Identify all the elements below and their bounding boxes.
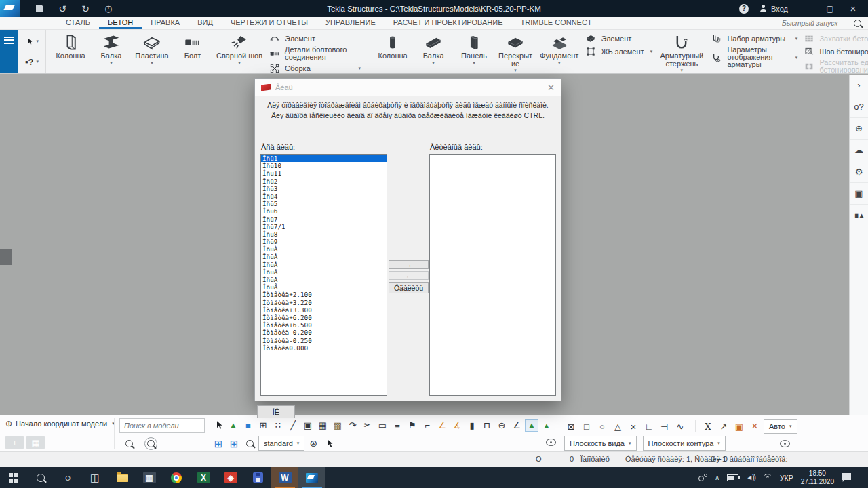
- select-wave[interactable]: ∿: [673, 420, 687, 433]
- view-list-item[interactable]: Îòìåòêà0.000: [261, 344, 387, 352]
- all-views-list[interactable]: Îñü1Îñü10Îñü11Îñü2Îñü3Îñü4Îñü5Îñü6Îñü7Îñ…: [260, 154, 387, 396]
- direct-modification-toggle[interactable]: ▲: [226, 419, 240, 432]
- snap-reference-lines-points[interactable]: ⊞: [256, 419, 270, 432]
- components-cube-icon[interactable]: ▣: [850, 183, 868, 205]
- view-list-item[interactable]: Îòìåòêà+3.300: [261, 306, 387, 314]
- snap-profile[interactable]: ⊓: [480, 419, 494, 432]
- smart-select-cursor[interactable]: [322, 437, 336, 450]
- search-in-view-icon[interactable]: [144, 437, 157, 450]
- snap-rectangle[interactable]: ▭: [376, 419, 389, 432]
- tekla-logo[interactable]: [0, 0, 20, 17]
- inquire-tool[interactable]: ▪?: [25, 56, 39, 68]
- grid-toggle-a[interactable]: ⊞: [212, 437, 225, 450]
- delete-button[interactable]: Óäàëèòü: [389, 282, 429, 293]
- view-list-item[interactable]: Îòìåòêà+3.220: [261, 299, 387, 306]
- ribbon-button-col-s[interactable]: Колонна: [50, 31, 91, 66]
- view-list-item[interactable]: ÎñüÃ: [261, 268, 387, 276]
- tab-6[interactable]: УПРАВЛЕНИЕ: [317, 17, 384, 29]
- view-list-item[interactable]: Îñü8: [261, 230, 387, 238]
- search-magnifier-icon[interactable]: [122, 437, 136, 450]
- view-list-item[interactable]: Îñü2: [261, 178, 387, 185]
- snap-corner[interactable]: ⌐: [420, 419, 434, 432]
- panel-expand-icon[interactable]: ›: [850, 75, 868, 96]
- cloud-icon[interactable]: ☁: [850, 140, 868, 161]
- clock[interactable]: 18:50 27.11.2020: [801, 470, 834, 485]
- contour-planes-combo[interactable]: Плоскости контура▾: [643, 436, 726, 451]
- ribbon-button-col-c[interactable]: Колонна: [372, 31, 413, 66]
- select-triangle[interactable]: △: [611, 420, 625, 433]
- view-list-item[interactable]: ÎñüÁ: [261, 253, 387, 260]
- language-indicator[interactable]: УКР: [780, 474, 793, 482]
- tab-7[interactable]: РАСЧЕТ И ПРОЕКТИРОВАНИЕ: [384, 17, 512, 29]
- ribbon-button-seam[interactable]: Шов бетонирования▾: [803, 46, 868, 57]
- snap-triangle-point[interactable]: ▲: [540, 419, 553, 432]
- applications-shapes-icon[interactable]: ∎▴: [850, 205, 868, 226]
- snap-panel[interactable]: ▮: [465, 419, 479, 432]
- view-list-item[interactable]: Îòìåòêà-0.200: [261, 329, 387, 336]
- help-button[interactable]: ?: [739, 4, 749, 14]
- history-icon[interactable]: ◷: [102, 2, 115, 15]
- add-button[interactable]: +: [5, 436, 24, 449]
- file-explorer-icon[interactable]: [108, 467, 136, 488]
- view-list-item[interactable]: Îñü11: [261, 169, 387, 177]
- start-button[interactable]: [0, 467, 27, 488]
- tray-expand-icon[interactable]: ∧: [715, 474, 719, 481]
- redo-icon[interactable]: ↻: [79, 2, 92, 15]
- view-list-item[interactable]: Îñü9: [261, 238, 387, 245]
- view-list-item[interactable]: Îòìåòêà+6.500: [261, 321, 387, 329]
- select-cross[interactable]: ×: [627, 420, 640, 433]
- settings-gear-icon[interactable]: ⚙: [850, 161, 868, 183]
- red-app-icon[interactable]: ◈: [217, 467, 244, 488]
- ribbon-button-bolt[interactable]: Болт: [172, 31, 213, 66]
- menu-strip[interactable]: [0, 30, 18, 73]
- ortho-cross-toggle[interactable]: ×: [748, 420, 762, 433]
- floppy-app-icon[interactable]: [244, 467, 271, 488]
- wifi-icon[interactable]: [763, 474, 772, 481]
- grid-toggle-b[interactable]: ⊞: [227, 437, 241, 450]
- select-cursor-tool[interactable]: [25, 35, 39, 48]
- auto-combo[interactable]: Авто▾: [764, 419, 797, 434]
- view-list-item[interactable]: Îñü7: [261, 216, 387, 223]
- ribbon-button-bolt[interactable]: Детали болтового соединения: [269, 46, 361, 61]
- globe-icon[interactable]: ⊕: [850, 118, 868, 140]
- ribbon-button-rebarset[interactable]: Набор арматуры▾: [711, 33, 797, 44]
- view-list-item[interactable]: ÎñüÄ: [261, 276, 387, 283]
- volume-icon[interactable]: ◄)): [746, 474, 755, 481]
- snap-connector-a[interactable]: ∠: [435, 419, 449, 432]
- tab-4[interactable]: ВИД: [189, 17, 222, 29]
- snap-grid-intersections[interactable]: ▩: [331, 419, 344, 432]
- tab-3[interactable]: ПРАВКА: [142, 17, 189, 29]
- undo-icon[interactable]: ↺: [56, 2, 69, 15]
- ribbon-button-beam-c[interactable]: Балка▾: [413, 31, 454, 66]
- view-list-item[interactable]: ÎñüÅ: [261, 283, 387, 291]
- action-center-icon[interactable]: [842, 473, 851, 482]
- view-list-item[interactable]: Îñü10: [261, 162, 387, 169]
- ribbon-button-weld[interactable]: Сварной шов▾: [213, 31, 266, 66]
- view-list-item[interactable]: Îòìåòêà-0.250: [261, 337, 387, 344]
- snap-grid[interactable]: ▦: [316, 419, 330, 432]
- move-arrow-tool[interactable]: ↗: [717, 420, 730, 433]
- view-list-item[interactable]: ÎñüÂ: [261, 261, 387, 268]
- view-list-item[interactable]: Îñü7/1: [261, 223, 387, 230]
- model-search-input[interactable]: [119, 418, 205, 433]
- view-list-item[interactable]: Îñü3: [261, 185, 387, 192]
- snap-lines[interactable]: ╱: [286, 419, 300, 432]
- chrome-icon[interactable]: [163, 467, 190, 488]
- snap-cut[interactable]: ✂: [361, 419, 374, 432]
- ribbon-button-slab[interactable]: Перекрытие▾: [494, 31, 536, 73]
- cortana-icon[interactable]: ○: [54, 467, 81, 488]
- ribbon-button-beam-s[interactable]: Балка▾: [91, 31, 132, 66]
- snap-depth-toggle[interactable]: ⊛: [307, 437, 320, 450]
- dialog-close-button[interactable]: ✕: [547, 83, 555, 93]
- snap-parallel[interactable]: ≡: [391, 419, 404, 432]
- snap-preset-combo[interactable]: standard▾: [258, 436, 304, 451]
- view-list-item[interactable]: Îñü1: [261, 155, 387, 162]
- view-list-item[interactable]: Îòìåòêà+2.100: [261, 291, 387, 298]
- ribbon-button-elem-s[interactable]: Элемент: [269, 33, 361, 44]
- active-views-list[interactable]: [429, 154, 556, 396]
- view-list-item[interactable]: Îñü5: [261, 200, 387, 207]
- snap-points[interactable]: ∷: [271, 419, 285, 432]
- select-axis[interactable]: ⊣: [658, 420, 671, 433]
- snap-connector-b[interactable]: ∡: [450, 419, 464, 432]
- ribbon-button-plate[interactable]: Пластина▾: [132, 31, 172, 66]
